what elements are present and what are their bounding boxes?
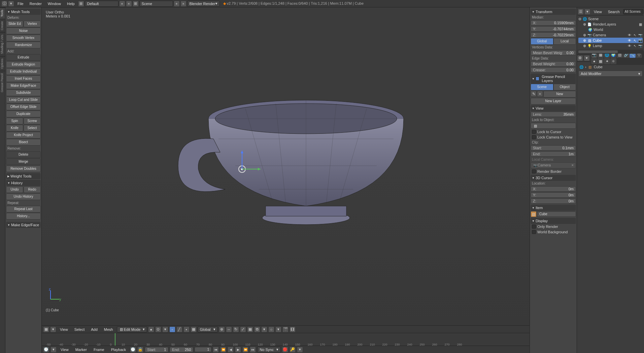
subdivide-button[interactable]: Subdivide [6, 89, 41, 96]
layers-icon[interactable]: ▦ [247, 326, 253, 332]
noise-button[interactable]: Noise [6, 28, 41, 34]
layout-delete-icon[interactable]: × [126, 1, 132, 7]
gp-new-layer-button[interactable]: New Layer [531, 98, 576, 105]
jump-end-icon[interactable]: ⏭ [250, 347, 256, 353]
view-panel-header[interactable]: View [531, 105, 576, 111]
play-icon[interactable]: ▶ [235, 347, 241, 353]
outliner-menu-search[interactable]: Search [605, 9, 622, 14]
slide-edge-button[interactable]: Slide Ed [6, 21, 23, 27]
selectable-icon[interactable]: ↖ [633, 33, 637, 37]
insert-key-icon[interactable]: ▾ [297, 347, 303, 353]
redo-button[interactable]: Redo [24, 186, 41, 193]
gp-enable-checkbox[interactable] [536, 77, 539, 81]
keyframe-next-icon[interactable]: ⏩ [242, 347, 248, 353]
median-x-field[interactable]: X:0.15909mm [531, 20, 576, 26]
sync-dropdown[interactable]: No Sync▾ [257, 347, 281, 353]
breadcrumb-scene-icon[interactable]: 🌐 [579, 65, 584, 69]
loop-cut-button[interactable]: Loop Cut and Slide [6, 96, 41, 103]
lock-range-icon[interactable]: 🔒 [137, 347, 143, 353]
jump-start-icon[interactable]: ⏮ [213, 347, 219, 353]
editor-type-icon[interactable]: ⓘ [1, 1, 7, 7]
play-reverse-icon[interactable]: ◀ [228, 347, 234, 353]
editor-type-3dview-icon[interactable]: ▦ [43, 326, 49, 332]
gp-object-toggle[interactable]: Object [553, 84, 576, 90]
gp-new-button[interactable]: New [543, 91, 576, 97]
manipulator-toggle-icon[interactable]: ⊕ [219, 326, 225, 332]
scene-delete-icon[interactable]: × [180, 1, 187, 7]
outliner-world[interactable]: 🌍World [578, 27, 643, 32]
limit-selection-icon[interactable]: ▦ [191, 326, 197, 332]
extrude-button[interactable]: Extrude [6, 54, 41, 61]
timeline-menu-frame[interactable]: Frame [91, 347, 107, 352]
scene-field[interactable]: Scene [139, 1, 173, 7]
world-background-checkbox[interactable]: World Background [531, 229, 576, 235]
grease-pencil-header[interactable]: Grease Pencil Layers [531, 74, 576, 84]
outliner-expand-icon[interactable]: ▾ [584, 9, 590, 15]
undo-button[interactable]: Undo [6, 186, 23, 193]
renderlayer-icon[interactable]: ▦ [638, 22, 643, 27]
pivot-mode-icon[interactable]: ▾ [162, 326, 168, 332]
start-frame-field[interactable]: Start:1 [145, 347, 168, 352]
outliner-scene[interactable]: ⊖🌐Scene [578, 16, 643, 22]
end-frame-field[interactable]: End:250 [170, 347, 193, 352]
menu-window[interactable]: Window [45, 1, 64, 6]
undo-history-button[interactable]: Undo History [6, 193, 41, 200]
median-z-field[interactable]: Z:-0.70229mm [531, 32, 576, 38]
global-toggle[interactable]: Global [531, 38, 553, 45]
selectable-icon[interactable]: ↖ [633, 43, 637, 48]
clip-start-field[interactable]: Start:0.1mm [531, 145, 576, 151]
menu-render[interactable]: Render [27, 1, 44, 6]
3d-viewport[interactable]: User Ortho Meters x 0.001 [42, 7, 530, 325]
visibility-icon[interactable]: 👁 [627, 43, 632, 48]
smooth-vertex-button[interactable]: Smooth Vertex [6, 35, 41, 41]
view3d-menu-mesh[interactable]: Mesh [101, 327, 116, 332]
offset-edge-slide-button[interactable]: Offset Edge Slide [6, 104, 41, 110]
keying-set-icon[interactable]: 🔑 [290, 347, 296, 353]
delete-button[interactable]: Delete [6, 151, 41, 158]
add-modifier-dropdown[interactable]: Add Modifier▾ [578, 71, 643, 77]
orientation-dropdown[interactable]: Global▾ [198, 326, 218, 332]
remove-doubles-button[interactable]: Remove Doubles [6, 165, 41, 172]
keyframe-prev-icon[interactable]: ⏪ [220, 347, 226, 353]
lens-field[interactable]: Lens:35mm [531, 112, 576, 117]
merge-button[interactable]: Merge [6, 158, 41, 165]
timeline-menu-playback[interactable]: Playback [108, 347, 129, 352]
renderable-icon[interactable]: 📷 [638, 38, 643, 43]
menu-file[interactable]: File [15, 1, 26, 6]
properties-expand-icon[interactable]: ▾ [584, 55, 590, 61]
proportional-falloff-icon[interactable]: ▾ [275, 326, 281, 332]
spin-button[interactable]: Spin [6, 118, 23, 124]
expand-icon[interactable]: ▾ [8, 1, 14, 7]
median-y-field[interactable]: Y:-0.70744mm [531, 26, 576, 32]
timeline-editor-icon[interactable]: 🕐 [43, 347, 49, 353]
select-button[interactable]: Select [24, 125, 41, 131]
local-camera-field[interactable]: 📷Camera× [531, 162, 576, 168]
vertex-select-icon[interactable]: ▫ [169, 326, 175, 332]
outliner-renderlayers[interactable]: ⊕📄RenderLayers▦ [578, 22, 643, 27]
randomize-button[interactable]: Randomize [6, 42, 41, 48]
extrude-region-button[interactable]: Extrude Region [6, 61, 41, 68]
outliner-filter-dropdown[interactable]: All Scenes [623, 9, 643, 14]
edge-select-icon[interactable]: ╱ [176, 326, 182, 332]
translate-manip-icon[interactable]: ↔ [226, 326, 232, 332]
lock-object-field[interactable]: ▧ [531, 123, 576, 129]
clip-end-field[interactable]: End:1m [531, 151, 576, 157]
bisect-button[interactable]: Bisect [6, 139, 41, 146]
shading-solid-icon[interactable]: ● [148, 326, 154, 332]
tab-shading-uvs[interactable]: Shading / UVs [0, 32, 5, 56]
timeline-expand-icon[interactable]: ▾ [50, 347, 57, 353]
properties-editor-icon[interactable]: ⚙ [577, 55, 583, 61]
menu-help[interactable]: Help [64, 1, 77, 6]
face-select-icon[interactable]: ▪ [183, 326, 190, 332]
tab-create[interactable]: Create [0, 19, 5, 32]
header-expand-icon[interactable]: ▾ [50, 326, 56, 332]
pivot-icon[interactable]: ⊙ [155, 326, 161, 332]
outliner-cube[interactable]: ⊕▧Cube👁↖📷 [578, 38, 643, 43]
layout-field[interactable]: Default [85, 1, 118, 7]
tab-tools[interactable]: Tools [0, 7, 5, 19]
mode-dropdown[interactable]: ▧ Edit Mode▾ [117, 326, 147, 332]
outliner-camera[interactable]: ⊕📷Camera👁↖📷 [578, 32, 643, 38]
timeline-menu-marker[interactable]: Marker [73, 347, 90, 352]
cursor-x-field[interactable]: X:0m [531, 186, 576, 192]
tab-options[interactable]: Options [0, 56, 5, 71]
